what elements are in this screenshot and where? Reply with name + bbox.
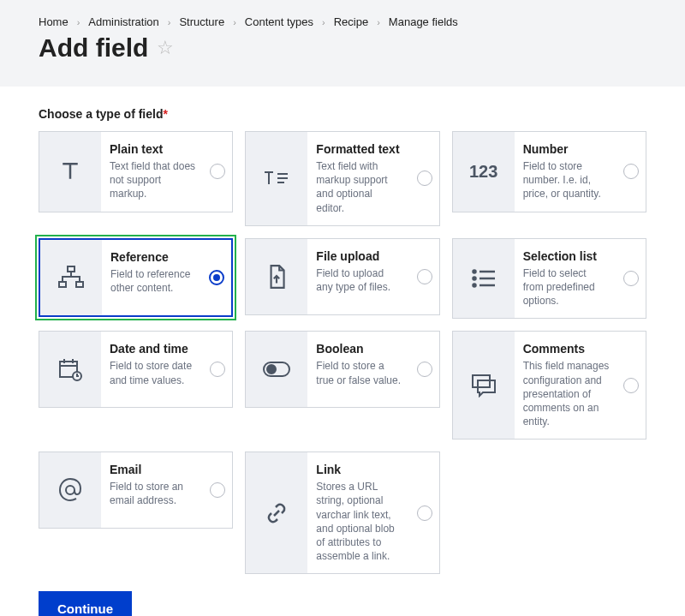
field-option-reference[interactable]: Reference Field to reference other conte… [39,238,233,317]
field-desc: Field to store a true or false value. [316,359,402,386]
number-icon: 123 [469,162,497,182]
calendar-icon [57,356,83,382]
svg-rect-2 [76,282,83,287]
svg-rect-1 [59,282,66,287]
radio[interactable] [209,270,224,285]
file-upload-icon [265,264,288,290]
field-desc: Text field with markup support and optio… [316,159,402,215]
breadcrumb-item-administration[interactable]: Administration [88,15,158,28]
text-icon [57,158,83,184]
chevron-right-icon: › [377,17,380,27]
field-title: Plain text [110,142,196,156]
field-desc: Stores a URL string, optional varchar li… [316,480,402,563]
svg-point-4 [473,278,475,280]
field-option-selection-list[interactable]: Selection list Field to select from pred… [452,238,646,320]
field-desc: Text field that does not support markup. [110,159,196,201]
reference-icon [57,265,85,290]
field-option-file-upload[interactable]: File upload Field to upload any type of … [245,238,439,315]
field-title: Reference [110,250,195,264]
breadcrumb-item-structure[interactable]: Structure [179,15,224,28]
field-desc: Field to upload any type of files. [316,266,402,294]
star-icon[interactable]: ☆ [157,37,174,59]
breadcrumb-item-home[interactable]: Home [39,15,68,28]
required-marker: * [163,107,167,121]
section-label: Choose a type of field* [39,107,646,121]
chevron-right-icon: › [322,17,325,27]
comments-icon [471,374,497,398]
field-title: Number [523,142,610,156]
chevron-right-icon: › [77,17,80,27]
radio[interactable] [210,482,225,498]
field-title: Formatted text [316,142,402,156]
radio[interactable] [417,362,432,377]
field-option-date-time[interactable]: Date and time Field to store date and ti… [39,331,233,408]
field-desc: Field to reference other content. [110,267,195,295]
radio[interactable] [623,271,639,286]
field-title: Link [316,463,402,476]
breadcrumb: Home › Administration › Structure › Cont… [39,15,646,28]
radio[interactable] [623,164,639,179]
chevron-right-icon: › [168,17,171,27]
radio[interactable] [210,164,225,179]
field-desc: Field to select from predefined options. [523,266,610,308]
field-option-plain-text[interactable]: Plain text Text field that does not supp… [39,131,233,212]
field-title: Date and time [110,342,196,356]
radio[interactable] [417,170,432,186]
page-title: Add field [39,33,148,63]
field-title: Selection list [523,249,610,263]
field-desc: This field manages configuration and pre… [523,359,610,428]
field-option-link[interactable]: Link Stores a URL string, optional varch… [245,452,439,574]
breadcrumb-item-content-types[interactable]: Content types [245,15,313,28]
field-desc: Field to store an email address. [110,480,196,507]
radio[interactable] [210,362,225,377]
field-title: Email [110,463,196,476]
field-option-number[interactable]: 123 Number Field to store number. I.e. i… [452,131,646,212]
field-option-comments[interactable]: Comments This field manages configuratio… [452,331,646,440]
list-icon [471,268,497,289]
link-icon [264,500,289,526]
field-option-formatted-text[interactable]: Formatted text Text field with markup su… [245,131,439,226]
field-option-boolean[interactable]: Boolean Field to store a true or false v… [245,331,439,408]
breadcrumb-item-recipe[interactable]: Recipe [334,15,368,28]
continue-button[interactable]: Continue [39,591,132,616]
field-title: File upload [316,249,402,263]
radio[interactable] [417,269,432,284]
svg-point-9 [267,365,276,374]
breadcrumb-item-manage-fields[interactable]: Manage fields [389,15,458,28]
radio[interactable] [623,378,639,393]
formatted-text-icon [262,165,291,191]
field-desc: Field to store date and time values. [110,359,196,386]
field-title: Comments [523,342,610,356]
radio[interactable] [417,505,432,521]
field-title: Boolean [316,342,402,356]
svg-point-11 [66,486,74,494]
svg-rect-0 [68,266,74,272]
field-desc: Field to store number. I.e. id, price, o… [523,159,610,201]
field-option-email[interactable]: Email Field to store an email address. [39,452,233,529]
svg-point-5 [473,284,475,287]
at-icon [57,477,83,503]
svg-point-3 [473,271,475,273]
chevron-right-icon: › [233,17,236,27]
toggle-icon [262,361,291,378]
